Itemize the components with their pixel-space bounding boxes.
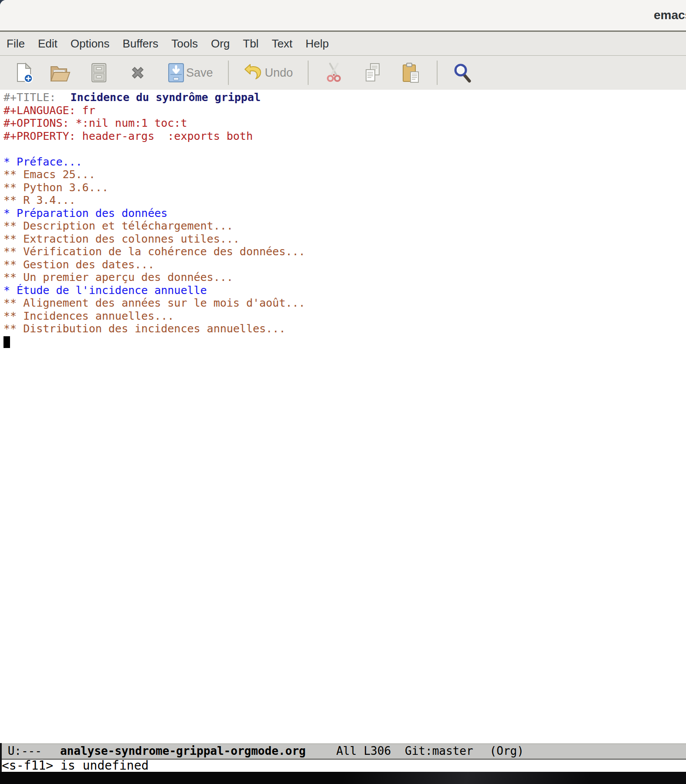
copy-icon bbox=[364, 63, 381, 83]
paste-button[interactable] bbox=[402, 62, 420, 83]
org-heading-level2[interactable]: ** Python 3.6... bbox=[3, 181, 686, 194]
echo-message: <s-f11> is undefined bbox=[2, 760, 149, 772]
new-file-icon bbox=[15, 62, 33, 83]
menu-buffers[interactable]: Buffers bbox=[116, 37, 165, 51]
menu-org[interactable]: Org bbox=[204, 37, 236, 51]
menu-help[interactable]: Help bbox=[299, 37, 335, 51]
org-meta-line[interactable]: #+LANGUAGE: fr bbox=[3, 104, 686, 117]
save-icon bbox=[168, 63, 184, 83]
org-meta-line[interactable]: #+OPTIONS: *:nil num:1 toc:t bbox=[3, 117, 686, 130]
close-buffer-button[interactable] bbox=[129, 64, 146, 81]
undo-icon bbox=[244, 64, 263, 82]
org-heading-level2[interactable]: ** Distribution des incidences annuelles… bbox=[3, 322, 686, 335]
toolbar-separator bbox=[228, 61, 229, 85]
modeline-line-number: L306 bbox=[363, 744, 391, 757]
open-folder-icon bbox=[50, 63, 71, 82]
buffer-area[interactable]: #+TITLE: Incidence du syndrôme grippal #… bbox=[0, 90, 686, 743]
org-heading-level2[interactable]: ** Incidences annuelles... bbox=[3, 310, 686, 323]
dired-button[interactable] bbox=[91, 63, 107, 83]
org-title-line[interactable]: #+TITLE: Incidence du syndrôme grippal bbox=[3, 91, 686, 104]
undo-button-label: Undo bbox=[265, 66, 293, 80]
menu-text[interactable]: Text bbox=[265, 37, 299, 51]
new-file-button[interactable] bbox=[15, 62, 33, 83]
menu-tbl[interactable]: Tbl bbox=[236, 37, 265, 51]
window-edge bbox=[0, 743, 2, 772]
modeline-coding-flags: U:--- bbox=[1, 744, 42, 757]
file-cabinet-icon bbox=[91, 63, 107, 83]
menu-options[interactable]: Options bbox=[64, 37, 116, 51]
tool-bar: Save Undo bbox=[0, 56, 686, 90]
menu-bar: File Edit Options Buffers Tools Org Tbl … bbox=[0, 32, 686, 55]
toolbar-separator bbox=[437, 61, 438, 85]
paste-icon bbox=[402, 62, 420, 83]
modeline-buffer-name: analyse-syndrome-grippal-orgmode.org bbox=[60, 744, 306, 757]
org-heading-level2[interactable]: ** R 3.4... bbox=[3, 194, 686, 207]
org-heading-level1[interactable]: * Étude de l'incidence annuelle bbox=[3, 284, 686, 297]
search-button[interactable] bbox=[453, 63, 472, 83]
window-title: emacs bbox=[654, 0, 686, 30]
org-heading-level1[interactable]: * Préface... bbox=[3, 155, 686, 169]
modeline-scroll-position: All bbox=[336, 744, 357, 757]
title-bar[interactable]: emacs bbox=[0, 0, 686, 30]
blank-line[interactable] bbox=[3, 142, 686, 155]
org-heading-level2[interactable]: ** Un premier aperçu des données... bbox=[3, 271, 686, 284]
mode-line[interactable]: U:---analyse-syndrome-grippal-orgmode.or… bbox=[0, 743, 686, 760]
org-meta-line[interactable]: #+PROPERTY: header-args :exports both bbox=[3, 130, 686, 143]
menu-edit[interactable]: Edit bbox=[31, 37, 64, 51]
cut-icon bbox=[326, 63, 341, 83]
org-heading-level2[interactable]: ** Description et téléchargement... bbox=[3, 220, 686, 233]
open-file-button[interactable] bbox=[50, 63, 71, 82]
undo-button[interactable]: Undo bbox=[244, 64, 293, 82]
copy-button[interactable] bbox=[364, 63, 381, 83]
cut-button[interactable] bbox=[326, 63, 341, 83]
org-heading-level2[interactable]: ** Vérification de la cohérence des donn… bbox=[3, 245, 686, 258]
echo-area[interactable]: <s-f11> is undefined bbox=[0, 760, 686, 772]
org-heading-level2[interactable]: ** Extraction des colonnes utiles... bbox=[3, 233, 686, 246]
menu-tools[interactable]: Tools bbox=[165, 37, 204, 51]
emacs-window: emacs File Edit Options Buffers Tools Or… bbox=[0, 0, 686, 772]
toolbar-separator bbox=[308, 61, 309, 85]
org-document-title: Incidence du syndrôme grippal bbox=[70, 91, 261, 104]
org-heading-level1[interactable]: * Préparation des données bbox=[3, 207, 686, 220]
org-heading-level2[interactable]: ** Alignement des années sur le mois d'a… bbox=[3, 297, 686, 310]
screen: emacs File Edit Options Buffers Tools Or… bbox=[0, 0, 686, 784]
text-cursor bbox=[3, 336, 10, 348]
save-button-label: Save bbox=[186, 66, 213, 80]
search-icon bbox=[453, 63, 472, 83]
modeline-vcs-branch: Git:master bbox=[405, 744, 473, 757]
desktop-background bbox=[0, 772, 686, 784]
org-keyword: #+TITLE: bbox=[3, 91, 62, 104]
save-button[interactable]: Save bbox=[168, 63, 213, 83]
close-icon bbox=[129, 64, 146, 81]
org-heading-level2[interactable]: ** Gestion des dates... bbox=[3, 258, 686, 271]
cursor-line[interactable] bbox=[3, 335, 686, 348]
modeline-major-mode: (Org) bbox=[490, 744, 524, 757]
menu-file[interactable]: File bbox=[0, 37, 31, 51]
org-heading-level2[interactable]: ** Emacs 25... bbox=[3, 168, 686, 181]
